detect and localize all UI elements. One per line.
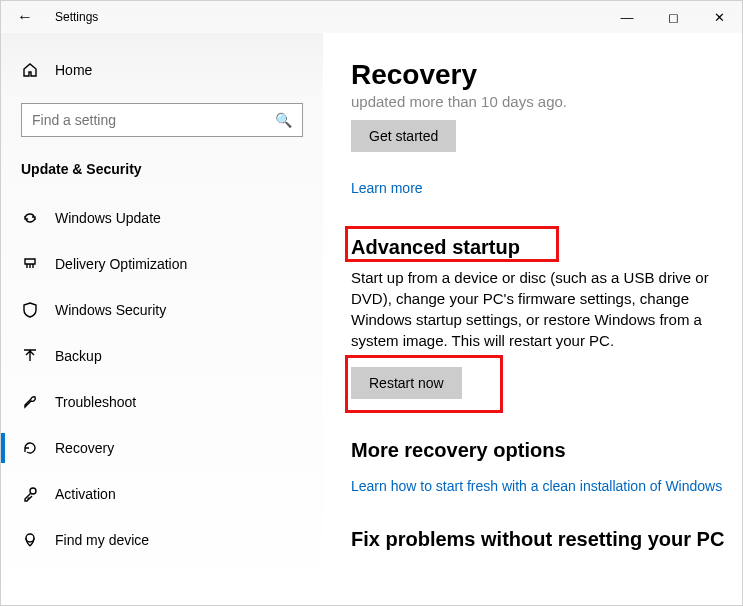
- titlebar: ← Settings ― ◻ ✕: [1, 1, 742, 33]
- advanced-startup-section: Advanced startup Start up from a device …: [351, 236, 742, 399]
- sidebar-item-activation[interactable]: Activation: [1, 471, 323, 517]
- sidebar-section-label: Update & Security: [1, 153, 323, 195]
- recovery-icon: [21, 440, 39, 456]
- sidebar-item-label: Find my device: [55, 532, 149, 548]
- sidebar-item-label: Windows Update: [55, 210, 161, 226]
- maximize-button[interactable]: ◻: [650, 1, 696, 33]
- sidebar-item-find-my-device[interactable]: Find my device: [1, 517, 323, 563]
- search-box[interactable]: 🔍: [21, 103, 303, 137]
- backup-icon: [21, 348, 39, 364]
- close-button[interactable]: ✕: [696, 1, 742, 33]
- sidebar-item-recovery[interactable]: Recovery: [1, 425, 323, 471]
- sidebar-item-label: Troubleshoot: [55, 394, 136, 410]
- sidebar-item-windows-update[interactable]: Windows Update: [1, 195, 323, 241]
- home-icon: [21, 62, 39, 78]
- sidebar-item-troubleshoot[interactable]: Troubleshoot: [1, 379, 323, 425]
- wrench-icon: [21, 394, 39, 410]
- content-pane: Recovery updated more than 10 days ago. …: [323, 33, 742, 605]
- sidebar-item-delivery-optimization[interactable]: Delivery Optimization: [1, 241, 323, 287]
- advanced-startup-body: Start up from a device or disc (such as …: [351, 267, 741, 351]
- start-fresh-link[interactable]: Learn how to start fresh with a clean in…: [351, 478, 722, 494]
- delivery-icon: [21, 256, 39, 272]
- learn-more-link[interactable]: Learn more: [351, 180, 423, 196]
- more-recovery-heading: More recovery options: [351, 439, 742, 462]
- sidebar-item-label: Delivery Optimization: [55, 256, 187, 272]
- fix-problems-section: Fix problems without resetting your PC: [351, 528, 742, 551]
- sync-icon: [21, 210, 39, 226]
- sidebar: Home 🔍 Update & Security Windows Update …: [1, 33, 323, 605]
- key-icon: [21, 486, 39, 502]
- sidebar-item-label: Recovery: [55, 440, 114, 456]
- page-title: Recovery: [351, 59, 742, 91]
- get-started-button[interactable]: Get started: [351, 120, 456, 152]
- window-title: Settings: [49, 10, 98, 24]
- sidebar-item-windows-security[interactable]: Windows Security: [1, 287, 323, 333]
- sidebar-item-label: Windows Security: [55, 302, 166, 318]
- sidebar-item-backup[interactable]: Backup: [1, 333, 323, 379]
- sidebar-home-label: Home: [55, 62, 92, 78]
- minimize-button[interactable]: ―: [604, 1, 650, 33]
- fix-problems-heading: Fix problems without resetting your PC: [351, 528, 742, 551]
- location-icon: [21, 532, 39, 548]
- search-input[interactable]: [32, 112, 275, 128]
- shield-icon: [21, 302, 39, 318]
- search-icon: 🔍: [275, 112, 292, 128]
- restart-now-button[interactable]: Restart now: [351, 367, 462, 399]
- sidebar-home[interactable]: Home: [1, 49, 323, 91]
- advanced-startup-heading: Advanced startup: [351, 236, 742, 259]
- more-recovery-section: More recovery options Learn how to start…: [351, 439, 742, 494]
- back-button[interactable]: ←: [1, 1, 49, 33]
- truncated-text: updated more than 10 days ago.: [351, 93, 742, 110]
- sidebar-item-label: Backup: [55, 348, 102, 364]
- sidebar-item-label: Activation: [55, 486, 116, 502]
